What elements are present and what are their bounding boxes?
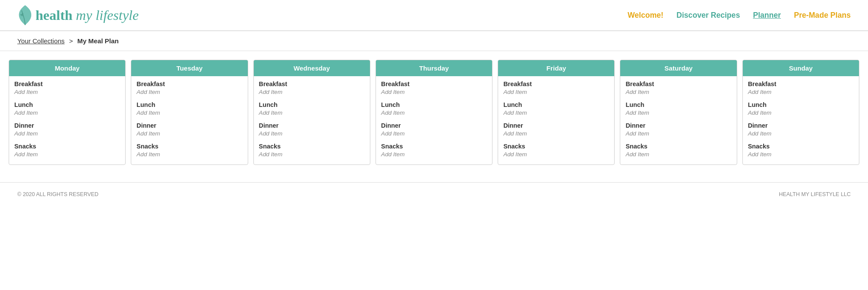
day-body-saturday: BreakfastAdd ItemLunchAdd ItemDinnerAdd … [620,76,736,164]
day-header-tuesday: Tuesday [131,60,247,76]
day-column-sunday: SundayBreakfastAdd ItemLunchAdd ItemDinn… [742,60,859,165]
day-header-monday: Monday [9,60,125,76]
add-item-dinner-monday[interactable]: Add Item [14,130,120,137]
meal-label-snacks: Snacks [625,143,731,150]
add-item-breakfast-tuesday[interactable]: Add Item [136,89,242,95]
footer-copyright: © 2020 ALL RIGHTS RESERVED [17,191,98,197]
add-item-snacks-thursday[interactable]: Add Item [381,151,487,158]
meal-section-breakfast-monday: BreakfastAdd Item [14,81,120,95]
footer-company: HEALTH MY LIFESTYLE LLC [779,191,851,197]
add-item-lunch-monday[interactable]: Add Item [14,110,120,116]
add-item-lunch-tuesday[interactable]: Add Item [136,110,242,116]
meal-section-lunch-friday: LunchAdd Item [503,101,609,116]
breadcrumb-current-page: My Meal Plan [78,37,119,45]
meal-label-breakfast: Breakfast [381,81,487,87]
meal-section-breakfast-sunday: BreakfastAdd Item [748,81,854,95]
day-column-saturday: SaturdayBreakfastAdd ItemLunchAdd ItemDi… [620,60,737,165]
day-body-sunday: BreakfastAdd ItemLunchAdd ItemDinnerAdd … [743,76,859,164]
nav-welcome[interactable]: Welcome! [628,11,664,20]
logo-health: health [36,7,72,23]
add-item-breakfast-friday[interactable]: Add Item [503,89,609,95]
meal-label-breakfast: Breakfast [14,81,120,87]
day-header-thursday: Thursday [376,60,492,76]
add-item-dinner-thursday[interactable]: Add Item [381,130,487,137]
meal-label-breakfast: Breakfast [259,81,365,87]
nav-premade-plans[interactable]: Pre-Made Plans [794,11,851,20]
meal-section-lunch-sunday: LunchAdd Item [748,101,854,116]
meal-label-dinner: Dinner [625,122,731,129]
meal-label-lunch: Lunch [503,101,609,108]
meal-section-lunch-wednesday: LunchAdd Item [259,101,365,116]
add-item-breakfast-sunday[interactable]: Add Item [748,89,854,95]
day-header-friday: Friday [498,60,614,76]
day-body-thursday: BreakfastAdd ItemLunchAdd ItemDinnerAdd … [376,76,492,164]
day-body-wednesday: BreakfastAdd ItemLunchAdd ItemDinnerAdd … [254,76,370,164]
meal-section-snacks-sunday: SnacksAdd Item [748,143,854,158]
breadcrumb-collections-link[interactable]: Your Collections [17,37,65,45]
meal-label-snacks: Snacks [503,143,609,150]
meal-label-lunch: Lunch [14,101,120,108]
breadcrumb: Your Collections > My Meal Plan [0,31,868,51]
meal-section-breakfast-wednesday: BreakfastAdd Item [259,81,365,95]
header: health my lifestyle Welcome! Discover Re… [0,0,868,31]
nav-discover-recipes[interactable]: Discover Recipes [677,11,740,20]
meal-label-breakfast: Breakfast [503,81,609,87]
meal-section-breakfast-saturday: BreakfastAdd Item [625,81,731,95]
meal-section-snacks-thursday: SnacksAdd Item [381,143,487,158]
day-column-thursday: ThursdayBreakfastAdd ItemLunchAdd ItemDi… [376,60,492,165]
meal-label-breakfast: Breakfast [136,81,242,87]
meal-section-dinner-sunday: DinnerAdd Item [748,122,854,137]
meal-label-snacks: Snacks [136,143,242,150]
meal-label-lunch: Lunch [381,101,487,108]
add-item-breakfast-thursday[interactable]: Add Item [381,89,487,95]
add-item-breakfast-saturday[interactable]: Add Item [625,89,731,95]
day-column-wednesday: WednesdayBreakfastAdd ItemLunchAdd ItemD… [253,60,370,165]
add-item-dinner-friday[interactable]: Add Item [503,130,609,137]
meal-label-dinner: Dinner [136,122,242,129]
main-nav: Welcome! Discover Recipes Planner Pre-Ma… [628,11,851,20]
add-item-snacks-tuesday[interactable]: Add Item [136,151,242,158]
meal-section-dinner-saturday: DinnerAdd Item [625,122,731,137]
meal-label-snacks: Snacks [748,143,854,150]
add-item-snacks-saturday[interactable]: Add Item [625,151,731,158]
meal-section-lunch-saturday: LunchAdd Item [625,101,731,116]
add-item-snacks-wednesday[interactable]: Add Item [259,151,365,158]
add-item-lunch-wednesday[interactable]: Add Item [259,110,365,116]
footer: © 2020 ALL RIGHTS RESERVED HEALTH MY LIF… [0,182,868,206]
add-item-lunch-saturday[interactable]: Add Item [625,110,731,116]
add-item-snacks-monday[interactable]: Add Item [14,151,120,158]
add-item-lunch-friday[interactable]: Add Item [503,110,609,116]
day-header-saturday: Saturday [620,60,736,76]
meal-label-snacks: Snacks [259,143,365,150]
meal-label-dinner: Dinner [259,122,365,129]
add-item-lunch-thursday[interactable]: Add Item [381,110,487,116]
add-item-snacks-sunday[interactable]: Add Item [748,151,854,158]
meal-section-snacks-friday: SnacksAdd Item [503,143,609,158]
meal-label-lunch: Lunch [748,101,854,108]
add-item-breakfast-wednesday[interactable]: Add Item [259,89,365,95]
add-item-dinner-saturday[interactable]: Add Item [625,130,731,137]
meal-section-lunch-tuesday: LunchAdd Item [136,101,242,116]
meal-section-dinner-friday: DinnerAdd Item [503,122,609,137]
meal-section-breakfast-friday: BreakfastAdd Item [503,81,609,95]
add-item-lunch-sunday[interactable]: Add Item [748,110,854,116]
add-item-dinner-sunday[interactable]: Add Item [748,130,854,137]
meal-label-dinner: Dinner [14,122,120,129]
day-body-monday: BreakfastAdd ItemLunchAdd ItemDinnerAdd … [9,76,125,164]
meal-section-snacks-saturday: SnacksAdd Item [625,143,731,158]
nav-planner[interactable]: Planner [753,11,781,20]
add-item-snacks-friday[interactable]: Add Item [503,151,609,158]
logo-my-lifestyle: my lifestyle [72,7,139,23]
meal-section-breakfast-tuesday: BreakfastAdd Item [136,81,242,95]
meal-plan-section: MondayBreakfastAdd ItemLunchAdd ItemDinn… [0,51,868,174]
meal-section-snacks-tuesday: SnacksAdd Item [136,143,242,158]
add-item-dinner-tuesday[interactable]: Add Item [136,130,242,137]
logo-icon [17,4,33,26]
logo-text: health my lifestyle [36,8,139,22]
meal-section-dinner-wednesday: DinnerAdd Item [259,122,365,137]
add-item-dinner-wednesday[interactable]: Add Item [259,130,365,137]
meal-label-breakfast: Breakfast [748,81,854,87]
meal-label-lunch: Lunch [136,101,242,108]
meal-section-snacks-wednesday: SnacksAdd Item [259,143,365,158]
add-item-breakfast-monday[interactable]: Add Item [14,89,120,95]
